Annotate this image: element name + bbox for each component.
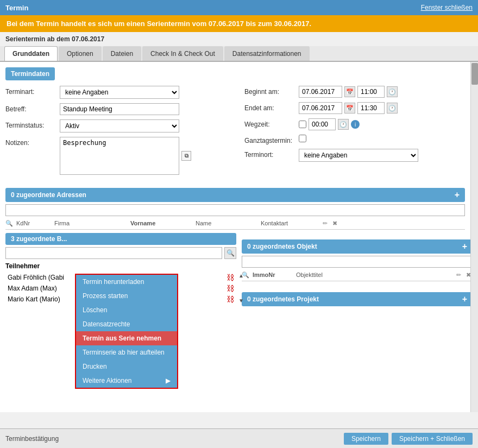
- tab-datensatzinfo[interactable]: Datensatzinformationen: [224, 46, 310, 61]
- menu-item-terminserie-aufteilen[interactable]: Terminserie ab hier aufteilen: [76, 345, 177, 359]
- addresses-header-label: 0 zugeordnete Adressen: [11, 191, 86, 199]
- endet-clock-icon[interactable]: 🕐: [387, 103, 398, 113]
- objekt-search[interactable]: [242, 256, 473, 268]
- betreff-input[interactable]: [60, 103, 179, 115]
- objekt-section: 0 zugeordnetes Objekt + 🔍 ImmoNr Objektt…: [242, 239, 473, 281]
- wegzeit-info-icon[interactable]: i: [351, 120, 360, 129]
- beginn-row: Beginnt am: 📅 🕐: [244, 86, 473, 98]
- app-title: Termin: [5, 4, 28, 12]
- menu-item-termin-aus-serie[interactable]: Termin aus Serie nehmen: [76, 331, 177, 345]
- context-menu: Termin herunterladen Prozess starten Lös…: [75, 274, 178, 389]
- tab-dateien[interactable]: Dateien: [103, 46, 141, 61]
- menu-item-termin-herunterladen[interactable]: Termin herunterladen: [76, 275, 177, 289]
- col-header-vorname: Vorname: [130, 220, 196, 226]
- projekt-header: 0 zugeordnetes Projekt +: [242, 292, 473, 306]
- terminstatus-label: Terminstatus:: [5, 119, 60, 129]
- beginn-time-input[interactable]: [357, 86, 385, 98]
- menu-item-drucken[interactable]: Drucken: [76, 359, 177, 374]
- endet-date-input[interactable]: [299, 102, 342, 114]
- notizen-control: Besprechung ⧉: [60, 137, 234, 175]
- scroll-thumb[interactable]: [471, 63, 478, 85]
- beginn-calendar-icon[interactable]: 📅: [344, 86, 355, 97]
- menu-item-datensatzrechte[interactable]: Datensatzrechte: [76, 317, 177, 331]
- wegzeit-clock-icon[interactable]: 🕐: [338, 119, 349, 130]
- del-icon: ✖: [330, 219, 339, 228]
- terminstatus-row: Terminstatus: Aktiv: [5, 119, 234, 132]
- termindaten-header: Termindaten: [5, 67, 55, 80]
- beginn-date-input[interactable]: [299, 86, 342, 98]
- endet-calendar-icon[interactable]: 📅: [344, 103, 355, 113]
- scrollbar[interactable]: [470, 62, 478, 412]
- title-bar: Termin Fenster schließen: [0, 0, 478, 15]
- objekt-add-button[interactable]: +: [462, 242, 467, 251]
- col-header-firma: Firma: [54, 220, 130, 226]
- footer-terminbestaetigung[interactable]: Terminbestätigung: [5, 435, 59, 443]
- terminstatus-select[interactable]: Aktiv: [60, 119, 179, 132]
- beginn-clock-icon[interactable]: 🕐: [387, 86, 398, 97]
- menu-item-loeschen[interactable]: Löschen: [76, 303, 177, 317]
- weitere-aktionen-arrow: ▶: [166, 377, 171, 384]
- save-close-button[interactable]: Speichern + Schließen: [392, 433, 473, 445]
- terminstatus-control: Aktiv: [60, 119, 234, 132]
- terminart-row: Terminart: keine Angaben: [5, 86, 234, 99]
- notizen-row: Notizen: Besprechung ⧉: [5, 137, 234, 175]
- endet-control: 📅 🕐: [299, 102, 473, 114]
- endet-time-input[interactable]: [357, 102, 385, 114]
- addresses-search[interactable]: [5, 204, 465, 216]
- addresses-section: 0 zugeordnete Adressen + 🔍 KdNr Firma Vo…: [5, 188, 473, 230]
- teilnehmer-scroll-up[interactable]: ▲: [238, 273, 244, 279]
- ganztag-row: Ganztagstermin:: [244, 135, 473, 144]
- terminart-select[interactable]: keine Angaben: [60, 86, 179, 99]
- footer: Terminbestätigung Speichern Speichern + …: [0, 428, 478, 448]
- betreff-label: Betreff:: [5, 103, 60, 113]
- teilnehmer-header-label: 3 zugeordnete B...: [11, 235, 67, 243]
- save-button[interactable]: Speichern: [344, 433, 388, 445]
- copy-icon[interactable]: ⧉: [181, 151, 191, 161]
- teilnehmer-scroll-down[interactable]: ▼: [238, 298, 244, 304]
- wegzeit-control: 🕐 i: [299, 118, 473, 130]
- notizen-textarea[interactable]: Besprechung: [60, 137, 179, 175]
- right-sections: 0 zugeordnetes Objekt + 🔍 ImmoNr Objektt…: [242, 233, 473, 306]
- projekt-add-button[interactable]: +: [462, 294, 467, 304]
- tab-grunddaten[interactable]: Grunddaten: [4, 46, 58, 61]
- terminort-control: keine Angaben: [299, 149, 473, 162]
- ganztag-label: Ganztagstermin:: [244, 135, 299, 144]
- ganztag-checkbox[interactable]: [299, 135, 306, 142]
- betreff-row: Betreff:: [5, 103, 234, 115]
- main-content: Termindaten Terminart: keine Angaben Bet…: [0, 62, 478, 412]
- series-info: Serientermin ab dem 07.06.2017: [0, 32, 478, 46]
- addresses-add-button[interactable]: +: [455, 190, 460, 200]
- tab-optionen[interactable]: Optionen: [59, 46, 102, 61]
- addresses-header: 0 zugeordnete Adressen +: [5, 188, 465, 202]
- close-button[interactable]: Fenster schließen: [421, 4, 473, 11]
- tab-bar: Grunddaten Optionen Dateien Check In & C…: [0, 46, 478, 62]
- tab-checkin-checkout[interactable]: Check In & Check Out: [142, 46, 223, 61]
- teilnehmer-unlink-0[interactable]: ⛓: [227, 273, 234, 282]
- notizen-label: Notizen:: [5, 137, 60, 147]
- terminart-control: keine Angaben: [60, 86, 234, 99]
- menu-item-prozess-starten[interactable]: Prozess starten: [76, 289, 177, 303]
- teilnehmer-label: Teilnehmer: [5, 262, 236, 270]
- ganztag-control: [299, 135, 473, 142]
- terminort-label: Terminort:: [244, 149, 299, 159]
- wegzeit-label: Wegzeit:: [244, 118, 299, 128]
- teilnehmer-search-button[interactable]: 🔍: [224, 247, 236, 259]
- col-header-actions: ✏ ✖: [320, 219, 342, 228]
- form-right: Beginnt am: 📅 🕐 Endet am: 📅 🕐 We: [244, 86, 473, 179]
- terminart-label: Terminart:: [5, 86, 60, 96]
- wegzeit-row: Wegzeit: 🕐 i: [244, 118, 473, 130]
- teilnehmer-unlink-2[interactable]: ⛓: [227, 295, 234, 304]
- teilnehmer-search[interactable]: [5, 247, 222, 259]
- objekt-header: 0 zugeordnetes Objekt +: [242, 239, 473, 254]
- teilnehmer-header: 3 zugeordnete B...: [5, 233, 236, 245]
- wegzeit-time-input[interactable]: [309, 118, 336, 130]
- betreff-control: [60, 103, 234, 115]
- terminort-row: Terminort: keine Angaben: [244, 149, 473, 162]
- endet-label: Endet am:: [244, 102, 299, 112]
- teilnehmer-unlink-1[interactable]: ⛓: [227, 284, 234, 293]
- terminort-select[interactable]: keine Angaben: [299, 149, 418, 162]
- wegzeit-checkbox[interactable]: [299, 121, 306, 128]
- col-header-name: Name: [196, 220, 261, 226]
- menu-item-weitere-aktionen[interactable]: Weitere Aktionen ▶: [76, 374, 177, 388]
- addresses-table-header: 🔍 KdNr Firma Vorname Name Kontaktart ✏ ✖: [5, 217, 465, 230]
